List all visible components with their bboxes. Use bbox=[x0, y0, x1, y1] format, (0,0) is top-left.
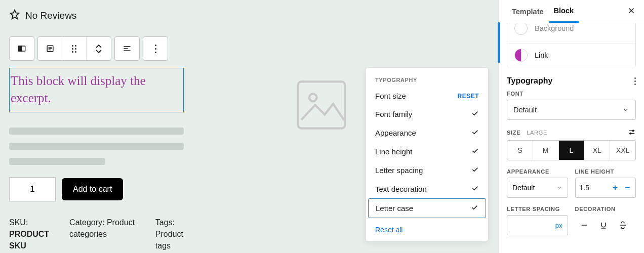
lineheight-col: LINE HEIGHT 1.5 + − bbox=[575, 168, 636, 198]
size-label: SIZE LARGE bbox=[507, 128, 636, 137]
chevron-down-icon bbox=[556, 185, 562, 191]
font-select[interactable]: Default bbox=[507, 100, 636, 120]
product-meta: SKU: PRODUCT SKU Category: Product categ… bbox=[9, 217, 184, 252]
align-icon[interactable] bbox=[115, 37, 139, 60]
section-heading: Typography bbox=[507, 76, 552, 86]
letterspacing-input[interactable]: px bbox=[507, 215, 568, 235]
lineheight-stepper[interactable]: 1.5 + − bbox=[575, 178, 636, 198]
size-l[interactable]: L bbox=[559, 141, 585, 160]
typography-tools-popover: TYPOGRAPHY Font size RESET Font family A… bbox=[366, 67, 489, 241]
popover-item-letter-spacing[interactable]: Letter spacing bbox=[366, 161, 488, 180]
size-xl[interactable]: XL bbox=[584, 141, 610, 160]
swatch-icon bbox=[514, 23, 528, 35]
decoration-none-icon[interactable] bbox=[578, 219, 590, 231]
select-parent-icon[interactable] bbox=[38, 37, 62, 60]
popover-item-font-size[interactable]: Font size RESET bbox=[366, 87, 488, 105]
popover-item-font-family[interactable]: Font family bbox=[366, 105, 488, 123]
decoration-underline-icon[interactable] bbox=[597, 219, 610, 231]
popover-item-line-height[interactable]: Line height bbox=[366, 142, 488, 161]
popover-item-label: Font size bbox=[375, 92, 406, 100]
popover-item-label: Appearance bbox=[375, 129, 416, 137]
section-options-icon[interactable] bbox=[634, 77, 636, 85]
appearance-label: APPEARANCE bbox=[507, 168, 568, 175]
appearance-select[interactable]: Default bbox=[507, 178, 568, 198]
toolbar-group-4 bbox=[143, 36, 168, 61]
reset-all-link[interactable]: Reset all bbox=[366, 218, 488, 241]
color-row-link[interactable]: Link bbox=[507, 43, 635, 67]
product-editor-area: No Reviews bbox=[9, 9, 184, 251]
size-xxl[interactable]: XXL bbox=[610, 141, 635, 160]
reviews-text: No Reviews bbox=[25, 10, 76, 21]
color-panel: Background Link bbox=[507, 23, 636, 67]
tab-template[interactable]: Template bbox=[507, 0, 549, 23]
plus-icon[interactable]: + bbox=[611, 183, 619, 193]
color-label: Background bbox=[535, 24, 574, 32]
excerpt-text: This block will display the excerpt. bbox=[11, 72, 181, 107]
decoration-label: DECORATION bbox=[575, 206, 636, 212]
quantity-input[interactable] bbox=[9, 177, 56, 201]
minus-icon[interactable]: − bbox=[623, 183, 631, 193]
size-s[interactable]: S bbox=[507, 141, 533, 160]
sku-value: PRODUCT SKU bbox=[9, 230, 49, 250]
check-icon bbox=[471, 128, 479, 138]
toolbar-group-3 bbox=[114, 36, 140, 61]
skeleton-line bbox=[9, 158, 105, 165]
font-label: FONT bbox=[507, 91, 636, 97]
popover-item-label: Line height bbox=[375, 147, 412, 156]
add-to-cart-button[interactable]: Add to cart bbox=[62, 178, 123, 200]
reviews-row: No Reviews bbox=[9, 9, 184, 22]
appearance-value: Default bbox=[512, 184, 535, 192]
star-icon bbox=[9, 9, 20, 22]
lineheight-value: 1.5 bbox=[580, 184, 608, 192]
block-type-icon[interactable] bbox=[10, 37, 34, 60]
popover-item-label: Font family bbox=[375, 110, 412, 118]
typography-section-title: Typography bbox=[507, 76, 636, 86]
sku-label: SKU: bbox=[9, 217, 49, 228]
tags-meta: Tags: Product tags bbox=[155, 217, 184, 252]
category-label: Category: bbox=[69, 218, 104, 227]
size-sub: LARGE bbox=[527, 130, 547, 136]
color-label: Link bbox=[535, 51, 548, 59]
move-updown-icon[interactable] bbox=[87, 37, 111, 60]
popover-item-label: Letter case bbox=[376, 204, 413, 213]
svg-rect-1 bbox=[18, 46, 22, 51]
svg-rect-9 bbox=[298, 81, 345, 128]
size-segmented: S M L XL XXL bbox=[507, 140, 636, 160]
unit-label: px bbox=[555, 222, 562, 229]
popover-item-letter-case[interactable]: Letter case bbox=[368, 198, 486, 218]
appearance-lineheight-row: APPEARANCE Default LINE HEIGHT 1.5 + − bbox=[507, 168, 636, 198]
size-m[interactable]: M bbox=[533, 141, 559, 160]
sku-meta: SKU: PRODUCT SKU bbox=[9, 217, 49, 252]
decoration-buttons bbox=[575, 215, 636, 235]
cart-row: Add to cart bbox=[9, 177, 184, 201]
check-icon bbox=[470, 203, 478, 213]
popover-title: TYPOGRAPHY bbox=[366, 68, 488, 87]
block-toolbar bbox=[9, 36, 184, 61]
popover-item-appearance[interactable]: Appearance bbox=[366, 123, 488, 142]
spacing-decoration-row: LETTER SPACING px DECORATION bbox=[507, 206, 636, 235]
chevron-down-icon bbox=[622, 106, 629, 113]
skeleton-line bbox=[9, 143, 184, 150]
popover-item-label: Letter spacing bbox=[375, 166, 423, 175]
reset-link[interactable]: RESET bbox=[457, 93, 479, 100]
close-icon[interactable] bbox=[627, 6, 636, 17]
drag-handle-icon[interactable] bbox=[62, 37, 87, 60]
check-icon bbox=[471, 109, 479, 119]
popover-item-text-decoration[interactable]: Text decoration bbox=[366, 180, 488, 198]
tab-block[interactable]: Block bbox=[549, 0, 579, 23]
color-row-background[interactable]: Background bbox=[507, 23, 635, 40]
size-row: SIZE LARGE S M L XL XXL bbox=[507, 128, 636, 160]
check-icon bbox=[471, 147, 479, 156]
sidebar-tabs: Template Block bbox=[499, 0, 644, 23]
decoration-strikethrough-icon[interactable] bbox=[617, 219, 629, 231]
category-meta: Category: Product categories bbox=[69, 217, 135, 252]
tags-label: Tags: bbox=[155, 217, 184, 228]
swatch-icon bbox=[514, 49, 528, 62]
toolbar-group-2 bbox=[37, 36, 111, 61]
excerpt-block[interactable]: This block will display the excerpt. bbox=[9, 68, 184, 112]
appearance-col: APPEARANCE Default bbox=[507, 168, 568, 198]
custom-size-icon[interactable] bbox=[628, 128, 636, 137]
more-options-icon[interactable] bbox=[143, 37, 168, 60]
tags-value: Product tags bbox=[155, 228, 184, 251]
letterspacing-label: LETTER SPACING bbox=[507, 206, 568, 212]
